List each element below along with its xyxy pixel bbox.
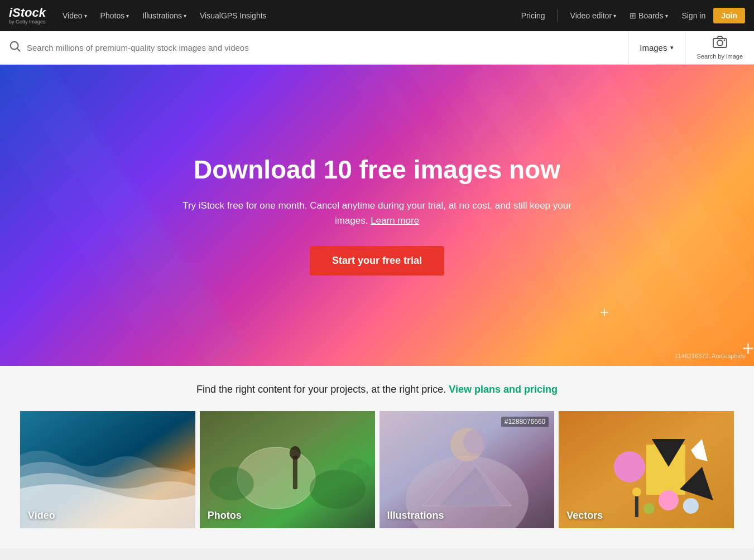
grid-badge-illustrations: #1288076660	[501, 417, 549, 427]
grid-item-vectors[interactable]: Vectors	[559, 411, 734, 528]
search-type-dropdown[interactable]: Images ▾	[628, 31, 685, 65]
chevron-down-icon: ▾	[84, 13, 87, 19]
main-nav: iStock by Getty Images Video ▾ Photos ▾ …	[0, 0, 754, 31]
site-logo[interactable]: iStock by Getty Images	[9, 6, 46, 25]
nav-pricing[interactable]: Pricing	[516, 11, 551, 20]
search-icon	[9, 40, 21, 55]
search-input[interactable]	[27, 43, 619, 52]
nav-left: Video ▾ Photos ▾ Illustrations ▾ VisualG…	[57, 11, 516, 20]
hero-plus2-icon: +	[742, 337, 754, 360]
svg-point-3	[717, 40, 723, 46]
svg-point-10	[209, 467, 254, 500]
svg-point-16	[463, 429, 487, 454]
hero-plus-icon: +	[600, 303, 609, 321]
boards-icon: ⊞	[630, 11, 636, 20]
learn-more-link[interactable]: Learn more	[371, 215, 419, 226]
signin-button[interactable]: Sign in	[676, 11, 711, 20]
search-bar: Images ▾ Search by image	[0, 31, 754, 65]
nav-right: Pricing Video editor ▾ ⊞ Boards ▾ Sign i…	[516, 8, 745, 23]
nav-visualgps[interactable]: VisualGPS Insights	[194, 11, 272, 20]
join-button[interactable]: Join	[713, 8, 745, 23]
chevron-down-icon: ▾	[126, 13, 129, 19]
grid-label-illustrations: Illustrations	[387, 510, 444, 522]
nav-photos[interactable]: Photos ▾	[95, 11, 135, 20]
hero-subtitle: Try iStock free for one month. Cancel an…	[176, 198, 578, 228]
svg-rect-21	[635, 495, 638, 517]
nav-boards[interactable]: ⊞ Boards ▾	[624, 11, 674, 20]
grid-item-photos[interactable]: Photos	[200, 411, 375, 528]
svg-rect-8	[293, 456, 297, 489]
chevron-down-icon: ▾	[665, 13, 668, 19]
nav-video[interactable]: Video ▾	[57, 11, 93, 20]
svg-point-12	[338, 458, 371, 486]
nav-video-editor[interactable]: Video editor ▾	[565, 11, 622, 20]
grid-label-photos: Photos	[208, 510, 242, 522]
pricing-text: Find the right content for your projects…	[22, 384, 732, 395]
hero-credit: 1146216372, AniGraphics	[674, 353, 745, 359]
grid-item-video[interactable]: Video	[20, 411, 195, 528]
svg-point-19	[614, 451, 645, 482]
svg-point-9	[290, 446, 301, 460]
grid-label-vectors: Vectors	[566, 510, 603, 522]
start-trial-button[interactable]: Start your free trial	[310, 246, 444, 276]
chevron-down-icon: ▾	[184, 13, 186, 19]
grid-label-video: Video	[28, 510, 55, 522]
view-pricing-link[interactable]: View plans and pricing	[449, 384, 558, 395]
hero-banner: Download 10 free images now Try iStock f…	[0, 65, 754, 366]
svg-point-20	[659, 490, 679, 510]
pricing-section: Find the right content for your projects…	[0, 366, 754, 409]
svg-point-22	[632, 487, 641, 496]
svg-point-4	[723, 40, 725, 41]
svg-point-23	[643, 503, 655, 514]
chevron-down-icon: ▾	[613, 13, 616, 19]
search-inner	[0, 40, 628, 55]
logo-bygetty: by Getty Images	[9, 20, 46, 25]
svg-line-1	[17, 49, 20, 51]
chevron-down-icon: ▾	[670, 44, 674, 51]
hero-content: Download 10 free images now Try iStock f…	[154, 155, 601, 276]
content-grid: Video	[0, 409, 754, 548]
search-by-image-button[interactable]: Search by image	[685, 31, 754, 65]
logo-istock: iStock	[9, 6, 46, 20]
camera-icon	[713, 36, 727, 51]
hero-title: Download 10 free images now	[176, 155, 578, 185]
grid-item-illustrations[interactable]: #1288076660 Illustrations	[380, 411, 555, 528]
nav-divider	[558, 9, 558, 22]
nav-illustrations[interactable]: Illustrations ▾	[137, 11, 192, 20]
svg-point-0	[11, 42, 18, 50]
svg-point-24	[683, 498, 699, 514]
